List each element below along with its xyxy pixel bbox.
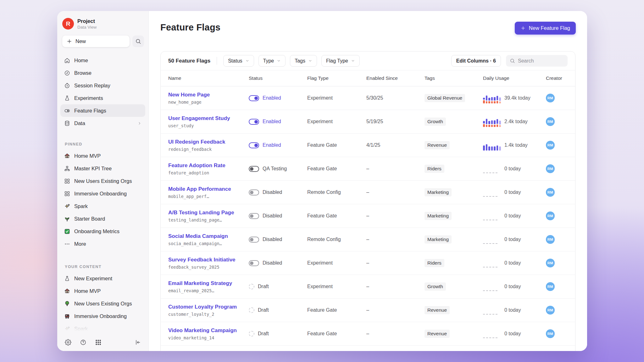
flask-icon	[64, 276, 70, 282]
usage-label: 0 today	[504, 284, 521, 289]
daily-usage-cell: 0 today	[483, 187, 546, 198]
status-label: QA Testing	[263, 166, 287, 172]
status-toggle[interactable]	[249, 166, 259, 172]
zero-usage-dash	[483, 196, 497, 197]
sidebar-item-home-mvp[interactable]: Home MVP	[60, 150, 145, 162]
sidebar-item-master-kpi-tree[interactable]: Master KPI Tree	[60, 162, 145, 175]
flag-name-link[interactable]: Social Media Campaign	[168, 233, 228, 239]
flag-name-link[interactable]: A/B Testing Landing Page	[168, 210, 234, 216]
draft-status-icon[interactable]	[249, 307, 254, 313]
usage-sparkline	[483, 140, 501, 151]
status-toggle[interactable]	[249, 95, 259, 101]
creator-cell: RM	[546, 235, 568, 244]
status-label: Enabled	[263, 95, 281, 101]
status-toggle[interactable]	[249, 213, 259, 219]
filter-tags[interactable]: Tags	[290, 55, 317, 67]
flag-key: testing_landing_page…	[168, 217, 249, 222]
status-cell: Draft	[249, 331, 307, 337]
new-feature-flag-button[interactable]: New Feature Flag	[515, 22, 576, 35]
sidebar-item-immersive-onboarding[interactable]: Immersive Onboarding	[60, 187, 145, 200]
sidebar-search-button[interactable]	[132, 36, 144, 47]
table-row[interactable]: Survey Feedback Initiative feedback_surv…	[161, 251, 575, 275]
filter-type[interactable]: Type	[258, 55, 286, 67]
sidebar-item-starter-board[interactable]: Starter Board	[60, 212, 145, 225]
sidebar-item-home-mvp[interactable]: Home MVP	[60, 285, 145, 297]
usage-sparkline	[483, 305, 501, 315]
table-row[interactable]: User Engagement Study user_study Enabled…	[161, 110, 575, 134]
sidebar-item-data[interactable]: Data	[60, 117, 145, 129]
status-toggle[interactable]	[249, 260, 259, 266]
usage-sparkline	[483, 93, 501, 103]
flag-name-link[interactable]: Video Marketing Campaign	[168, 327, 237, 334]
status-toggle[interactable]	[249, 237, 259, 243]
edit-columns-button[interactable]: Edit Columns · 6	[451, 55, 501, 67]
sidebar-item-immersive-onboarding[interactable]: Immersive Onboarding	[60, 310, 145, 322]
status-cell: Disabled	[249, 189, 307, 195]
draft-status-icon[interactable]	[249, 331, 254, 337]
creator-cell: RM	[546, 329, 568, 338]
usage-sparkline	[483, 211, 501, 221]
new-feature-flag-label: New Feature Flag	[529, 25, 570, 31]
enabled-since-cell: –	[366, 189, 425, 195]
sidebar-item-spark[interactable]: Spark	[60, 200, 145, 212]
sidebar-item-browse[interactable]: Browse	[60, 67, 145, 79]
table-row[interactable]: UI Redesign Feedback redesign_feedback E…	[161, 134, 575, 157]
flag-name-link[interactable]: Feature Adoption Rate	[168, 162, 225, 169]
table-row[interactable]: Social Media Campaign socia_media_campai…	[161, 228, 575, 251]
filter-status[interactable]: Status	[223, 55, 254, 67]
apps-grid-icon[interactable]	[95, 339, 102, 346]
table-row[interactable]: Feature Adoption Rate feature_adoption Q…	[161, 157, 575, 181]
status-toggle[interactable]	[249, 142, 259, 148]
sidebar-item-experiments[interactable]: Experiments	[60, 92, 145, 104]
sidebar-item-more[interactable]: More	[60, 238, 145, 250]
usage-label: 0 today	[504, 189, 521, 195]
table-search-input[interactable]	[518, 58, 564, 64]
table-row[interactable]: New Home Page new_home_page Enabled Expe…	[161, 86, 575, 110]
flag-key: socia_media_campaign…	[168, 241, 249, 246]
help-icon[interactable]	[80, 339, 86, 346]
status-label: Disabled	[263, 189, 282, 195]
table-row[interactable]: Email Marketing Strategy email_revamp_20…	[161, 275, 575, 299]
sidebar-item-session-replay[interactable]: Session Replay	[60, 79, 145, 92]
sidebar-item-new-experiment[interactable]: New Experiment	[60, 272, 145, 285]
sidebar-item-label: New Users Existing Orgs	[74, 301, 132, 307]
project-switcher[interactable]: R Project Data View	[62, 18, 144, 30]
sidebar-item-label: Session Replay	[74, 83, 110, 89]
filter-flag-type[interactable]: Flag Type	[321, 55, 360, 67]
sidebar-item-onboarding-metrics[interactable]: Onboarding Metrics	[60, 225, 145, 238]
flag-name-link[interactable]: Email Marketing Strategy	[168, 280, 232, 287]
sidebar-item-spark[interactable]: Spark	[60, 322, 145, 335]
sidebar-item-new-users-existing-orgs[interactable]: New Users Existing Orgs	[60, 175, 145, 187]
table-search[interactable]	[506, 55, 568, 67]
sidebar-item-label: Home MVP	[74, 153, 101, 159]
new-button[interactable]: New	[62, 36, 130, 47]
table-row[interactable]: A/B Testing Landing Page testing_landing…	[161, 204, 575, 228]
sidebar-item-new-users-existing-orgs[interactable]: New Users Existing Orgs	[60, 297, 145, 310]
flag-name-link[interactable]: New Home Page	[168, 92, 210, 98]
creator-avatar: RM	[546, 141, 555, 150]
flag-key: user_study	[168, 123, 249, 128]
tag-chip: Revenue	[425, 330, 450, 338]
flag-name-link[interactable]: Survey Feedback Initiative	[168, 257, 236, 263]
table-row[interactable]: Mobile App Performance mobile_app_perf… …	[161, 181, 575, 204]
zero-usage-dash	[483, 173, 497, 173]
sidebar-item-home[interactable]: Home	[60, 54, 145, 67]
filter-tags-label: Tags	[295, 58, 305, 64]
draft-status-icon[interactable]	[249, 284, 254, 289]
flag-name-link[interactable]: Mobile App Performance	[168, 186, 231, 192]
ellipsis-icon	[64, 241, 70, 247]
collapse-sidebar-icon[interactable]	[134, 339, 141, 346]
flask-icon	[64, 95, 70, 101]
status-toggle[interactable]	[249, 119, 259, 125]
flag-table-body: New Home Page new_home_page Enabled Expe…	[161, 86, 575, 346]
tag-chip: Growth	[425, 282, 446, 291]
gear-icon[interactable]	[65, 339, 71, 346]
flag-name-link[interactable]: User Engagement Study	[168, 115, 230, 122]
table-row[interactable]: Video Marketing Campaign video_marketing…	[161, 322, 575, 346]
sidebar-item-feature-flags[interactable]: Feature Flags	[60, 104, 145, 117]
status-toggle[interactable]	[249, 189, 259, 195]
app-window: R Project Data View New HomeBrowseSessio…	[57, 11, 587, 351]
flag-name-link[interactable]: UI Redesign Feedback	[168, 139, 225, 145]
flag-name-link[interactable]: Customer Loyalty Program	[168, 304, 237, 310]
table-row[interactable]: Customer Loyalty Program customer_loyalt…	[161, 299, 575, 322]
